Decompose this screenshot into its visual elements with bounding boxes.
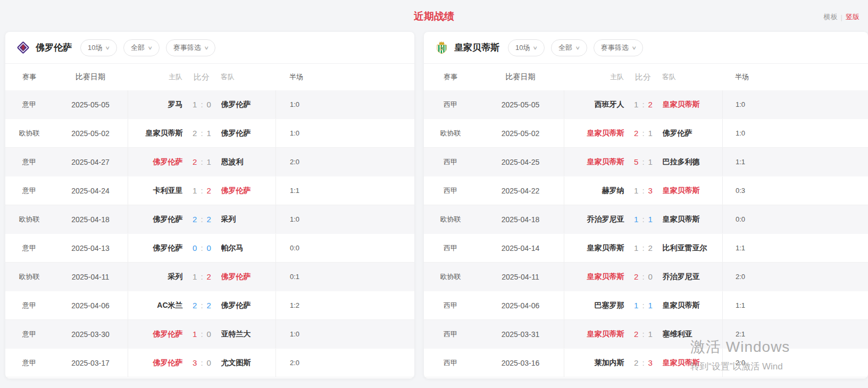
match-row[interactable]: 西甲 2025-05-05 西班牙人 1 : 2 皇家贝蒂斯 1:0 — [424, 90, 868, 119]
score-separator: : — [201, 272, 203, 281]
match-row[interactable]: 意甲 2025-04-27 佛罗伦萨 2 : 1 恩波利 2:0 — [5, 148, 414, 176]
row-league: 意甲 — [5, 100, 53, 109]
row-score: 1 : 1 — [624, 215, 663, 224]
row-match: 西班牙人 1 : 2 皇家贝蒂斯 — [564, 90, 722, 119]
row-away-team: 乔治罗尼亚 — [663, 272, 723, 282]
competition-filter-dropdown[interactable]: 赛事筛选 ∨ — [166, 39, 216, 56]
match-row[interactable]: 欧协联 2025-05-02 皇家贝蒂斯 2 : 1 佛罗伦萨 1:0 — [5, 119, 414, 148]
page-title: 近期战绩 — [0, 10, 868, 23]
row-date: 2025-04-27 — [53, 158, 128, 166]
row-score: 3 : 0 — [183, 358, 221, 367]
row-score: 1 : 2 — [183, 186, 221, 195]
row-home-team: 莱加内斯 — [564, 358, 624, 368]
row-half-time: 1:2 — [276, 291, 414, 319]
score-separator: : — [201, 157, 203, 166]
match-rows: 意甲 2025-05-05 罗马 1 : 0 佛罗伦萨 1:0 欧协联 2025… — [5, 90, 414, 377]
match-row[interactable]: 西甲 2025-04-14 皇家贝蒂斯 1 : 2 比利亚雷亚尔 1:1 — [424, 234, 868, 263]
match-row[interactable]: 欧协联 2025-04-18 佛罗伦萨 2 : 2 采列 1:0 — [5, 205, 414, 234]
match-row[interactable]: 意甲 2025-04-06 AC米兰 2 : 2 佛罗伦萨 1:2 — [5, 291, 414, 320]
score-separator: : — [642, 358, 644, 367]
row-home-team: 皇家贝蒂斯 — [128, 129, 183, 138]
row-league: 意甲 — [5, 301, 53, 310]
match-row[interactable]: 欧协联 2025-04-11 皇家贝蒂斯 2 : 0 乔治罗尼亚 2:0 — [424, 263, 868, 291]
row-away-team: 皇家贝蒂斯 — [663, 301, 723, 310]
row-score: 2 : 3 — [624, 358, 663, 367]
row-home-goals: 2 — [193, 215, 197, 224]
row-score: 1 : 3 — [624, 186, 663, 195]
panel-header: B 皇家贝蒂斯 10场 ∨ 全部 ∨ 赛事筛选 ∨ — [424, 32, 868, 64]
matches-count-dropdown[interactable]: 10场 ∨ — [508, 39, 545, 56]
row-away-team: 皇家贝蒂斯 — [663, 358, 723, 368]
layout-horizontal-link[interactable]: 横板 — [824, 12, 838, 22]
row-date: 2025-04-18 — [477, 215, 564, 224]
row-date: 2025-04-24 — [53, 187, 128, 195]
scope-dropdown[interactable]: 全部 ∨ — [123, 39, 160, 56]
row-league: 西甲 — [424, 301, 477, 310]
match-row[interactable]: 西甲 2025-04-22 赫罗纳 1 : 3 皇家贝蒂斯 0:3 — [424, 176, 868, 205]
row-home-goals: 3 — [193, 358, 197, 367]
row-away-goals: 2 — [207, 272, 211, 281]
match-row[interactable]: 意甲 2025-04-24 卡利亚里 1 : 2 佛罗伦萨 1:1 — [5, 176, 414, 205]
row-score: 2 : 1 — [183, 157, 221, 166]
scope-dropdown[interactable]: 全部 ∨ — [551, 39, 587, 56]
score-separator: : — [201, 100, 203, 109]
chevron-down-icon: ∨ — [575, 45, 580, 50]
row-away-goals: 1 — [207, 157, 211, 166]
row-half-time: 1:0 — [722, 90, 868, 119]
layout-vertical-link[interactable]: 竖版 — [846, 12, 859, 22]
col-league-label: 赛事 — [424, 72, 477, 82]
score-separator: : — [201, 186, 203, 195]
row-home-team: 西班牙人 — [564, 100, 624, 109]
row-away-team: 皇家贝蒂斯 — [663, 186, 723, 196]
row-date: 2025-04-25 — [477, 158, 564, 166]
match-row[interactable]: 西甲 2025-04-06 巴塞罗那 1 : 1 皇家贝蒂斯 1:1 — [424, 291, 868, 320]
row-date: 2025-03-17 — [53, 359, 128, 367]
match-row[interactable]: 西甲 2025-03-16 莱加内斯 2 : 3 皇家贝蒂斯 2:0 — [424, 349, 868, 377]
row-away-goals: 2 — [207, 301, 211, 310]
match-row[interactable]: 欧协联 2025-05-02 皇家贝蒂斯 2 : 1 佛罗伦萨 1:0 — [424, 119, 868, 148]
match-row[interactable]: 西甲 2025-04-25 皇家贝蒂斯 5 : 1 巴拉多利德 1:1 — [424, 148, 868, 176]
score-separator: : — [642, 272, 644, 281]
competition-filter-dropdown[interactable]: 赛事筛选 ∨ — [594, 39, 644, 56]
col-league-label: 赛事 — [5, 72, 53, 82]
row-home-team: 采列 — [128, 272, 183, 282]
col-away-label: 客队 — [221, 72, 276, 82]
chevron-down-icon: ∨ — [204, 45, 209, 50]
row-away-team: 塞维利亚 — [663, 330, 723, 339]
row-match: 佛罗伦萨 3 : 0 尤文图斯 — [128, 349, 276, 377]
row-home-goals: 1 — [193, 330, 197, 339]
row-half-time: 1:0 — [276, 205, 414, 233]
match-row[interactable]: 西甲 2025-03-31 皇家贝蒂斯 2 : 1 塞维利亚 2:1 — [424, 320, 868, 349]
row-away-team: 亚特兰大 — [221, 330, 276, 339]
row-home-goals: 1 — [634, 186, 638, 195]
row-date: 2025-03-30 — [53, 330, 128, 339]
match-row[interactable]: 意甲 2025-03-17 佛罗伦萨 3 : 0 尤文图斯 2:0 — [5, 349, 414, 377]
row-away-goals: 1 — [648, 129, 653, 138]
row-home-team: 卡利亚里 — [128, 186, 183, 196]
row-away-goals: 0 — [207, 243, 211, 252]
row-match: 巴塞罗那 1 : 1 皇家贝蒂斯 — [564, 291, 722, 319]
row-date: 2025-03-16 — [477, 359, 564, 367]
row-match: 采列 1 : 2 佛罗伦萨 — [128, 263, 276, 291]
matches-count-value: 10场 — [88, 43, 102, 53]
row-date: 2025-05-05 — [53, 100, 128, 109]
row-away-goals: 1 — [648, 215, 653, 224]
match-row[interactable]: 意甲 2025-05-05 罗马 1 : 0 佛罗伦萨 1:0 — [5, 90, 414, 119]
row-date: 2025-05-02 — [477, 129, 564, 138]
row-date: 2025-04-22 — [477, 187, 564, 195]
team-name: 皇家贝蒂斯 — [454, 41, 499, 54]
row-away-team: 佛罗伦萨 — [221, 272, 276, 282]
row-match: 皇家贝蒂斯 2 : 1 佛罗伦萨 — [128, 119, 276, 147]
row-home-goals: 1 — [634, 215, 638, 224]
row-score: 1 : 1 — [624, 301, 663, 310]
match-row[interactable]: 欧协联 2025-04-18 乔治罗尼亚 1 : 1 皇家贝蒂斯 0:0 — [424, 205, 868, 234]
match-rows: 西甲 2025-05-05 西班牙人 1 : 2 皇家贝蒂斯 1:0 欧协联 2… — [424, 90, 868, 377]
row-league: 欧协联 — [5, 215, 53, 224]
match-row[interactable]: 意甲 2025-04-13 佛罗伦萨 0 : 0 帕尔马 0:0 — [5, 234, 414, 263]
row-home-team: 罗马 — [128, 100, 183, 109]
match-row[interactable]: 欧协联 2025-04-11 采列 1 : 2 佛罗伦萨 0:1 — [5, 263, 414, 291]
row-home-team: AC米兰 — [128, 301, 183, 310]
matches-count-dropdown[interactable]: 10场 ∨ — [80, 39, 117, 56]
row-home-goals: 2 — [634, 129, 638, 138]
match-row[interactable]: 意甲 2025-03-30 佛罗伦萨 1 : 0 亚特兰大 1:0 — [5, 320, 414, 349]
